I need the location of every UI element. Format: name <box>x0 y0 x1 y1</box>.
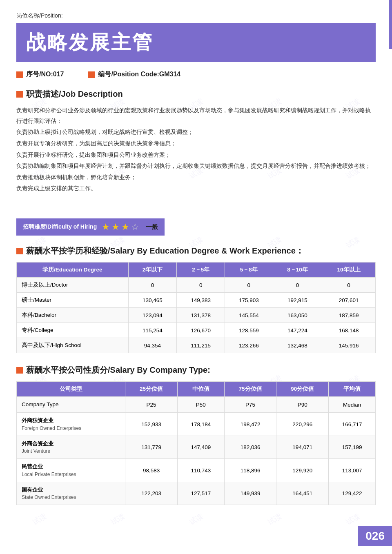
salary-edu-table: 学历/Education Degree 2年以下 2－5年 5－8年 8－10年… <box>16 262 376 353</box>
code-info: 编号/Position Code:GM314 <box>88 70 180 79</box>
right-accent-bar <box>389 0 392 49</box>
no-info: 序号/NO:017 <box>16 70 64 79</box>
table-row: 国有企业 State Owned Enterprises 122,203 127… <box>17 482 376 505</box>
table-row: 硕士/Master 130,465 149,383 175,903 192,91… <box>17 293 376 308</box>
col-over10: 10年以上 <box>322 263 376 278</box>
salary-edu-header: 薪酬水平按学历和经验/Salary By Education Degree & … <box>16 245 376 256</box>
edu-doctor: 博士及以上/Doctor <box>17 278 129 293</box>
page-title: 战略发展主管 <box>26 29 366 56</box>
col-p90: 90分位值 <box>276 382 329 397</box>
job-desc-title: 职责描述/Job Description <box>26 89 123 100</box>
difficulty-label: 招聘难度/Difficulty of Hiring <box>23 223 97 231</box>
table-row: Company Type P25 P50 P75 P90 Median <box>17 397 376 413</box>
table-row: 外商独资企业 Foreign Owned Enterprises 152,933… <box>17 413 376 436</box>
company-joint-venture: 外商合资企业 Joint Venture <box>17 436 125 459</box>
stars-rating: ★ ★ ★ ☆ <box>102 222 139 232</box>
salary-company-table: 公司类型 25分位值 中位值 75分位值 90分位值 平均值 Company T… <box>16 381 376 505</box>
job-desc-line-2: 负责协助上级拟订公司战略规划，对既定战略进行宣贯、检视及调整； <box>16 127 376 138</box>
salary-edu-title: 薪酬水平按学历和经验/Salary By Education Degree & … <box>26 245 304 256</box>
job-desc-line-1: 负责研究和分析公司业务涉及领域的行业的宏观政策和行业发展趋势以及市场动态，参与集… <box>16 105 376 126</box>
company-state-owned: 国有企业 State Owned Enterprises <box>17 482 125 505</box>
job-description: 负责研究和分析公司业务涉及领域的行业的宏观政策和行业发展趋势以及市场动态，参与集… <box>16 105 376 194</box>
company-type-label: Company Type <box>17 397 125 413</box>
table-header-row: 学历/Education Degree 2年以下 2－5年 5－8年 8－10年… <box>17 263 376 278</box>
orange-square-icon-2 <box>88 71 95 78</box>
orange-square-icon-5 <box>16 367 23 374</box>
star-4: ☆ <box>131 222 139 232</box>
job-desc-line-3: 负责开展专项分析研究，为集团高层的决策提供决策参考信息； <box>16 138 376 149</box>
position-label: 岗位名称/Position: <box>16 12 376 20</box>
col-p75: 75分位值 <box>224 382 276 397</box>
orange-square-icon-4 <box>16 248 23 254</box>
job-desc-line-4: 负责开展行业标杆研究，提出集团和项目公司业务改善方案； <box>16 150 376 160</box>
col-education: 学历/Education Degree <box>17 263 129 278</box>
col-p25: 25分位值 <box>125 382 178 397</box>
no-label: 序号/NO:017 <box>26 70 64 79</box>
difficulty-text: 一般 <box>146 223 158 231</box>
col-company-type: 公司类型 <box>17 382 125 397</box>
star-1: ★ <box>102 222 110 232</box>
table-row: 本科/Bachelor 123,094 131,378 145,554 163,… <box>17 308 376 323</box>
company-foreign-owned: 外商独资企业 Foreign Owned Enterprises <box>17 413 125 436</box>
orange-square-icon-3 <box>16 91 23 98</box>
table-row: 外商合资企业 Joint Venture 131,779 147,409 182… <box>17 436 376 459</box>
col-5to8: 5－8年 <box>225 263 273 278</box>
job-desc-section-header: 职责描述/Job Description <box>16 89 376 100</box>
col-mean: 平均值 <box>329 382 376 397</box>
col-2to5: 2－5年 <box>177 263 225 278</box>
table-row: 民营企业 Local Private Enterprises 98,583 11… <box>17 459 376 482</box>
table-row: 专科/College 115,254 126,670 128,559 147,2… <box>17 323 376 338</box>
page-number: 026 <box>358 526 392 546</box>
job-desc-line-6: 负责推动板块体制机制创新，孵化培育新业务； <box>16 172 376 183</box>
table-row: 高中及以下/High School 94,354 111,215 123,266… <box>17 338 376 353</box>
job-desc-line-7: 负责完成上级安排的其它工作。 <box>16 183 376 194</box>
salary-company-title: 薪酬水平按公司性质分/Salary By Company Type: <box>26 365 210 376</box>
salary-company-header: 薪酬水平按公司性质分/Salary By Company Type: <box>16 365 376 376</box>
edu-highschool: 高中及以下/High School <box>17 338 129 353</box>
star-2: ★ <box>111 222 120 232</box>
orange-square-icon <box>16 71 23 78</box>
salary-edu-section: 薪酬水平按学历和经验/Salary By Education Degree & … <box>16 245 376 353</box>
edu-bachelor: 本科/Bachelor <box>17 308 129 323</box>
company-table-header-row: 公司类型 25分位值 中位值 75分位值 90分位值 平均值 <box>17 382 376 397</box>
col-under2: 2年以下 <box>128 263 177 278</box>
job-desc-line-5: 负责协助编制集团和项目年度经营计划，并跟踪督办计划执行，定期收集关键绩效数据信息… <box>16 161 376 171</box>
title-block: 战略发展主管 <box>16 23 376 62</box>
table-row: 博士及以上/Doctor 0 0 0 0 0 <box>17 278 376 293</box>
col-median: 中位值 <box>177 382 224 397</box>
col-8to10: 8－10年 <box>273 263 322 278</box>
company-local-private: 民营企业 Local Private Enterprises <box>17 459 125 482</box>
code-label: 编号/Position Code:GM314 <box>98 70 180 79</box>
info-row: 序号/NO:017 编号/Position Code:GM314 <box>16 70 376 79</box>
edu-college: 专科/College <box>17 323 129 338</box>
salary-company-section: 薪酬水平按公司性质分/Salary By Company Type: 公司类型 … <box>16 365 376 505</box>
star-3: ★ <box>121 222 129 232</box>
edu-master: 硕士/Master <box>17 293 129 308</box>
difficulty-block: 招聘难度/Difficulty of Hiring ★ ★ ★ ☆ 一般 <box>16 218 165 236</box>
